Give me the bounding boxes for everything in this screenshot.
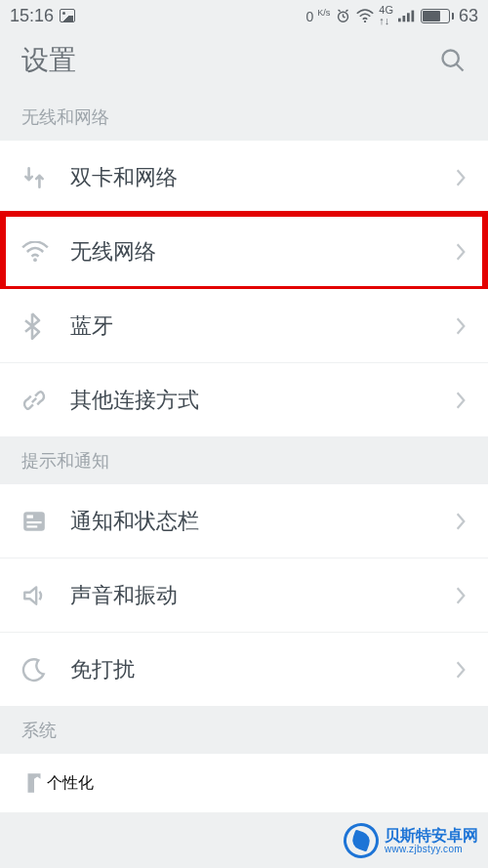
svg-point-12	[33, 258, 37, 262]
battery-level: 63	[459, 6, 478, 26]
svg-point-10	[443, 51, 459, 66]
page-title: 设置	[21, 42, 76, 79]
bluetooth-icon	[21, 312, 43, 340]
svg-rect-8	[407, 13, 410, 21]
section-wireless-title: 无线和网络	[0, 94, 488, 141]
row-label: 蓝牙	[57, 311, 455, 341]
watermark-main: 贝斯特安卓网	[385, 827, 478, 845]
row-dual-sim[interactable]: 双卡和网络	[0, 141, 488, 215]
header: 设置	[0, 31, 488, 94]
svg-rect-7	[402, 16, 405, 21]
net-speed: 0 K/s	[306, 9, 331, 23]
row-dnd[interactable]: 免打扰	[0, 633, 488, 707]
row-sound[interactable]: 声音和振动	[0, 558, 488, 633]
svg-line-2	[344, 17, 346, 18]
panel-icon	[21, 509, 47, 534]
svg-rect-16	[26, 525, 37, 527]
chevron-right-icon	[455, 316, 467, 336]
battery-icon	[421, 9, 454, 23]
wifi-icon	[356, 9, 374, 22]
row-personalization[interactable]: 个性化	[0, 754, 488, 812]
signal-icon	[398, 9, 416, 22]
chevron-right-icon	[455, 168, 467, 187]
status-right: 0 K/s 4G↑↓ 63	[306, 5, 478, 26]
row-label: 免打扰	[57, 655, 455, 684]
row-label: 无线网络	[57, 237, 455, 267]
wifi-icon	[21, 241, 49, 263]
svg-rect-14	[26, 515, 33, 517]
row-label: 双卡和网络	[57, 163, 455, 192]
svg-rect-6	[398, 19, 401, 22]
status-bar: 15:16 0 K/s 4G↑↓ 63	[0, 0, 488, 31]
watermark-sub: www.zjbstyy.com	[385, 844, 478, 854]
section-notify-title: 提示和通知	[0, 437, 488, 484]
section-system-title: 系统	[0, 707, 488, 754]
watermark-icon	[339, 818, 384, 863]
search-icon[interactable]	[439, 47, 467, 74]
row-wifi[interactable]: 无线网络	[0, 215, 488, 289]
svg-rect-15	[26, 521, 41, 523]
link-icon	[21, 388, 47, 413]
network-type: 4G↑↓	[379, 5, 393, 26]
svg-line-3	[339, 10, 341, 11]
row-label: 通知和状态栏	[57, 507, 455, 536]
svg-line-11	[457, 64, 464, 71]
svg-rect-9	[411, 11, 414, 22]
row-label: 其他连接方式	[57, 386, 455, 415]
alarm-icon	[335, 8, 351, 24]
row-label: 声音和振动	[57, 581, 455, 610]
theme-icon	[21, 770, 47, 796]
chevron-right-icon	[455, 660, 467, 680]
chevron-right-icon	[455, 242, 467, 262]
screenshot-icon	[60, 9, 75, 22]
status-left: 15:16	[10, 6, 75, 26]
sound-icon	[21, 583, 47, 608]
chevron-right-icon	[455, 391, 467, 410]
row-other-connections[interactable]: 其他连接方式	[0, 363, 488, 437]
svg-line-4	[346, 10, 348, 11]
status-time: 15:16	[10, 6, 54, 26]
watermark: 贝斯特安卓网 www.zjbstyy.com	[344, 823, 478, 858]
moon-icon	[21, 657, 47, 682]
chevron-right-icon	[455, 512, 467, 531]
row-notifications[interactable]: 通知和状态栏	[0, 484, 488, 558]
row-label: 个性化	[47, 773, 94, 794]
sim-icon	[21, 165, 47, 190]
svg-point-5	[364, 21, 366, 22]
row-bluetooth[interactable]: 蓝牙	[0, 289, 488, 363]
chevron-right-icon	[455, 586, 467, 605]
